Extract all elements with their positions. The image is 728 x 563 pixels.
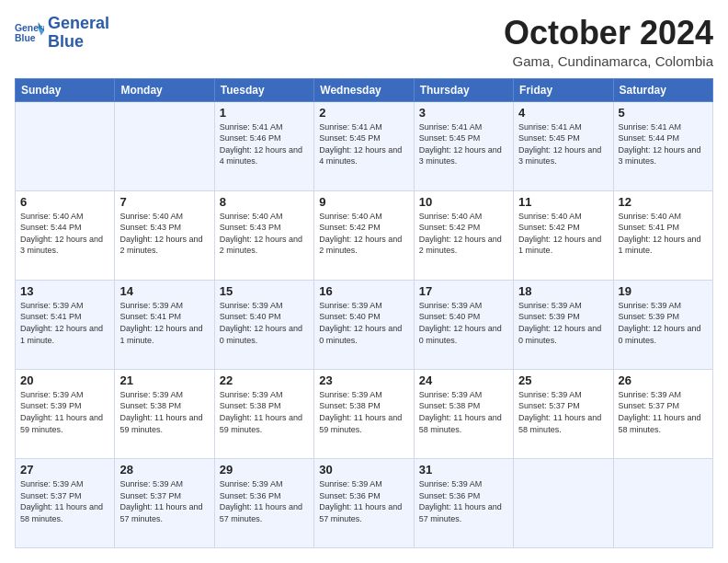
cell-info: Sunrise: 5:39 AM Sunset: 5:41 PM Dayligh… bbox=[119, 300, 209, 346]
day-number: 14 bbox=[119, 284, 209, 298]
cell-info: Sunrise: 5:39 AM Sunset: 5:37 PM Dayligh… bbox=[619, 389, 708, 435]
calendar-cell: 20Sunrise: 5:39 AM Sunset: 5:39 PM Dayli… bbox=[16, 369, 115, 458]
calendar-cell: 16Sunrise: 5:39 AM Sunset: 5:40 PM Dayli… bbox=[314, 280, 414, 369]
calendar-week-row: 13Sunrise: 5:39 AM Sunset: 5:41 PM Dayli… bbox=[16, 280, 713, 369]
calendar-cell: 17Sunrise: 5:39 AM Sunset: 5:40 PM Dayli… bbox=[414, 280, 513, 369]
cell-info: Sunrise: 5:40 AM Sunset: 5:42 PM Dayligh… bbox=[319, 211, 408, 257]
calendar-cell: 24Sunrise: 5:39 AM Sunset: 5:38 PM Dayli… bbox=[414, 369, 513, 458]
calendar-cell bbox=[16, 101, 115, 190]
day-number: 29 bbox=[220, 463, 309, 477]
cell-info: Sunrise: 5:39 AM Sunset: 5:40 PM Dayligh… bbox=[419, 300, 508, 346]
day-number: 9 bbox=[319, 195, 408, 209]
cell-info: Sunrise: 5:41 AM Sunset: 5:45 PM Dayligh… bbox=[419, 121, 508, 167]
calendar-week-row: 1Sunrise: 5:41 AM Sunset: 5:46 PM Daylig… bbox=[16, 101, 713, 190]
calendar-week-row: 27Sunrise: 5:39 AM Sunset: 5:37 PM Dayli… bbox=[16, 458, 713, 547]
cell-info: Sunrise: 5:40 AM Sunset: 5:41 PM Dayligh… bbox=[619, 211, 708, 257]
cell-info: Sunrise: 5:41 AM Sunset: 5:46 PM Dayligh… bbox=[220, 121, 309, 167]
location: Gama, Cundinamarca, Colombia bbox=[504, 53, 713, 69]
calendar-cell: 30Sunrise: 5:39 AM Sunset: 5:36 PM Dayli… bbox=[314, 458, 414, 547]
logo-text-general: General bbox=[48, 15, 109, 33]
calendar-cell: 21Sunrise: 5:39 AM Sunset: 5:38 PM Dayli… bbox=[115, 369, 214, 458]
weekday-header-monday: Monday bbox=[115, 78, 214, 101]
day-number: 21 bbox=[119, 373, 209, 387]
calendar-cell: 1Sunrise: 5:41 AM Sunset: 5:46 PM Daylig… bbox=[214, 101, 313, 190]
cell-info: Sunrise: 5:40 AM Sunset: 5:44 PM Dayligh… bbox=[20, 211, 109, 257]
calendar-cell: 6Sunrise: 5:40 AM Sunset: 5:44 PM Daylig… bbox=[16, 190, 115, 280]
day-number: 1 bbox=[220, 106, 309, 120]
cell-info: Sunrise: 5:40 AM Sunset: 5:42 PM Dayligh… bbox=[518, 211, 608, 257]
day-number: 13 bbox=[20, 284, 109, 298]
cell-info: Sunrise: 5:39 AM Sunset: 5:40 PM Dayligh… bbox=[220, 300, 309, 346]
calendar-cell: 28Sunrise: 5:39 AM Sunset: 5:37 PM Dayli… bbox=[115, 458, 214, 547]
day-number: 28 bbox=[119, 463, 209, 477]
calendar-page: General Blue General Blue October 2024 G… bbox=[0, 0, 728, 563]
calendar-cell: 11Sunrise: 5:40 AM Sunset: 5:42 PM Dayli… bbox=[514, 190, 613, 280]
day-number: 11 bbox=[518, 195, 608, 209]
day-number: 25 bbox=[518, 373, 608, 387]
weekday-header-wednesday: Wednesday bbox=[314, 78, 414, 101]
calendar-cell: 25Sunrise: 5:39 AM Sunset: 5:37 PM Dayli… bbox=[514, 369, 613, 458]
cell-info: Sunrise: 5:39 AM Sunset: 5:37 PM Dayligh… bbox=[518, 389, 608, 435]
day-number: 15 bbox=[220, 284, 309, 298]
logo: General Blue General Blue bbox=[15, 15, 109, 52]
day-number: 12 bbox=[619, 195, 708, 209]
cell-info: Sunrise: 5:39 AM Sunset: 5:39 PM Dayligh… bbox=[20, 389, 109, 435]
calendar-week-row: 20Sunrise: 5:39 AM Sunset: 5:39 PM Dayli… bbox=[16, 369, 713, 458]
calendar-cell: 7Sunrise: 5:40 AM Sunset: 5:43 PM Daylig… bbox=[115, 190, 214, 280]
logo-icon: General Blue bbox=[15, 20, 44, 46]
calendar-cell: 29Sunrise: 5:39 AM Sunset: 5:36 PM Dayli… bbox=[214, 458, 313, 547]
calendar-cell: 27Sunrise: 5:39 AM Sunset: 5:37 PM Dayli… bbox=[16, 458, 115, 547]
day-number: 10 bbox=[419, 195, 508, 209]
day-number: 26 bbox=[619, 373, 708, 387]
calendar-cell: 18Sunrise: 5:39 AM Sunset: 5:39 PM Dayli… bbox=[514, 280, 613, 369]
cell-info: Sunrise: 5:40 AM Sunset: 5:43 PM Dayligh… bbox=[119, 211, 209, 257]
cell-info: Sunrise: 5:40 AM Sunset: 5:43 PM Dayligh… bbox=[220, 211, 309, 257]
calendar-cell: 9Sunrise: 5:40 AM Sunset: 5:42 PM Daylig… bbox=[314, 190, 414, 280]
calendar-cell: 15Sunrise: 5:39 AM Sunset: 5:40 PM Dayli… bbox=[214, 280, 313, 369]
calendar-cell: 23Sunrise: 5:39 AM Sunset: 5:38 PM Dayli… bbox=[314, 369, 414, 458]
day-number: 30 bbox=[319, 463, 408, 477]
cell-info: Sunrise: 5:39 AM Sunset: 5:38 PM Dayligh… bbox=[319, 389, 408, 435]
weekday-header-sunday: Sunday bbox=[16, 78, 115, 101]
day-number: 6 bbox=[20, 195, 109, 209]
calendar-cell: 26Sunrise: 5:39 AM Sunset: 5:37 PM Dayli… bbox=[613, 369, 712, 458]
calendar-cell: 14Sunrise: 5:39 AM Sunset: 5:41 PM Dayli… bbox=[115, 280, 214, 369]
cell-info: Sunrise: 5:39 AM Sunset: 5:41 PM Dayligh… bbox=[20, 300, 109, 346]
day-number: 3 bbox=[419, 106, 508, 120]
calendar-cell: 12Sunrise: 5:40 AM Sunset: 5:41 PM Dayli… bbox=[613, 190, 712, 280]
calendar-week-row: 6Sunrise: 5:40 AM Sunset: 5:44 PM Daylig… bbox=[16, 190, 713, 280]
day-number: 19 bbox=[619, 284, 708, 298]
cell-info: Sunrise: 5:41 AM Sunset: 5:45 PM Dayligh… bbox=[319, 121, 408, 167]
cell-info: Sunrise: 5:41 AM Sunset: 5:44 PM Dayligh… bbox=[619, 121, 708, 167]
calendar-cell bbox=[514, 458, 613, 547]
day-number: 4 bbox=[518, 106, 608, 120]
month-title: October 2024 bbox=[504, 15, 713, 52]
title-block: October 2024 Gama, Cundinamarca, Colombi… bbox=[504, 15, 713, 69]
cell-info: Sunrise: 5:41 AM Sunset: 5:45 PM Dayligh… bbox=[518, 121, 608, 167]
calendar-cell: 19Sunrise: 5:39 AM Sunset: 5:39 PM Dayli… bbox=[613, 280, 712, 369]
calendar-cell: 13Sunrise: 5:39 AM Sunset: 5:41 PM Dayli… bbox=[16, 280, 115, 369]
cell-info: Sunrise: 5:39 AM Sunset: 5:38 PM Dayligh… bbox=[419, 389, 508, 435]
weekday-header-tuesday: Tuesday bbox=[214, 78, 313, 101]
svg-text:Blue: Blue bbox=[15, 33, 36, 43]
day-number: 18 bbox=[518, 284, 608, 298]
day-number: 7 bbox=[119, 195, 209, 209]
calendar-table: SundayMondayTuesdayWednesdayThursdayFrid… bbox=[15, 78, 713, 548]
calendar-header: SundayMondayTuesdayWednesdayThursdayFrid… bbox=[16, 78, 713, 101]
cell-info: Sunrise: 5:39 AM Sunset: 5:36 PM Dayligh… bbox=[419, 478, 508, 524]
day-number: 27 bbox=[20, 463, 109, 477]
calendar-cell bbox=[613, 458, 712, 547]
calendar-cell: 8Sunrise: 5:40 AM Sunset: 5:43 PM Daylig… bbox=[214, 190, 313, 280]
weekday-header-saturday: Saturday bbox=[613, 78, 712, 101]
day-number: 22 bbox=[220, 373, 309, 387]
cell-info: Sunrise: 5:39 AM Sunset: 5:40 PM Dayligh… bbox=[319, 300, 408, 346]
day-number: 5 bbox=[619, 106, 708, 120]
weekday-row: SundayMondayTuesdayWednesdayThursdayFrid… bbox=[16, 78, 713, 101]
day-number: 2 bbox=[319, 106, 408, 120]
cell-info: Sunrise: 5:39 AM Sunset: 5:39 PM Dayligh… bbox=[619, 300, 708, 346]
calendar-cell: 2Sunrise: 5:41 AM Sunset: 5:45 PM Daylig… bbox=[314, 101, 414, 190]
day-number: 23 bbox=[319, 373, 408, 387]
calendar-cell: 3Sunrise: 5:41 AM Sunset: 5:45 PM Daylig… bbox=[414, 101, 513, 190]
cell-info: Sunrise: 5:40 AM Sunset: 5:42 PM Dayligh… bbox=[419, 211, 508, 257]
calendar-cell: 5Sunrise: 5:41 AM Sunset: 5:44 PM Daylig… bbox=[613, 101, 712, 190]
